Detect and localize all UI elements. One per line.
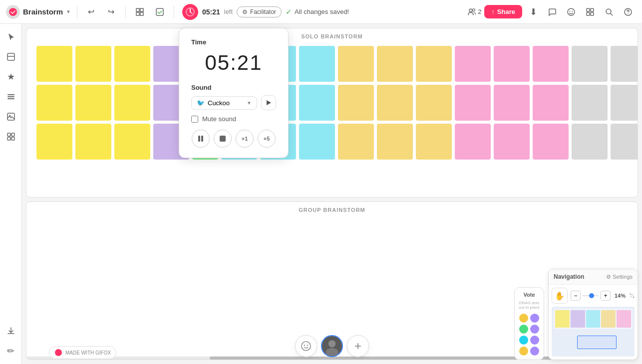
- comments-button[interactable]: [544, 4, 560, 20]
- reactions-button[interactable]: [563, 4, 579, 20]
- nav-thumbnail[interactable]: [552, 307, 635, 357]
- nav-settings-button[interactable]: ⚙ Settings: [606, 274, 633, 280]
- app-brand[interactable]: Brainstorm ▼: [6, 5, 71, 19]
- sticky-note[interactable]: [611, 124, 638, 160]
- vote-row-4: [518, 347, 541, 356]
- sticky-note[interactable]: [611, 46, 638, 82]
- svg-rect-27: [7, 137, 10, 140]
- download-button[interactable]: ⬇: [525, 4, 541, 20]
- sticky-note[interactable]: [494, 85, 530, 121]
- users-badge[interactable]: 2: [467, 7, 481, 16]
- share-button[interactable]: ↑ Share: [484, 5, 522, 18]
- sticky-note[interactable]: [416, 124, 452, 160]
- sticky-note[interactable]: [338, 46, 374, 82]
- sidebar-cursor-button[interactable]: [2, 28, 20, 46]
- sticky-note[interactable]: [114, 85, 150, 121]
- sticky-note[interactable]: [377, 85, 413, 121]
- search-button[interactable]: [601, 4, 617, 20]
- sidebar-star-button[interactable]: ★: [2, 68, 20, 86]
- vote-dot-yellow-1[interactable]: [519, 314, 528, 323]
- solo-brainstorm-section: SOLO BRAINSTORM: [26, 28, 638, 197]
- vote-dot-yellow-2[interactable]: [519, 347, 528, 356]
- svg-rect-26: [11, 133, 14, 136]
- sticky-note[interactable]: [36, 46, 72, 82]
- stop-button[interactable]: [214, 130, 232, 148]
- sticky-note[interactable]: [75, 46, 111, 82]
- sound-play-button[interactable]: [261, 95, 276, 110]
- timer-area[interactable]: 05:21 left: [182, 4, 233, 20]
- sidebar-pen-button[interactable]: ✏: [2, 342, 20, 360]
- sticky-note[interactable]: [114, 46, 150, 82]
- nav-zoom-slider[interactable]: [583, 295, 599, 296]
- vote-dot-green-1[interactable]: [519, 325, 528, 334]
- sticky-note[interactable]: [114, 124, 150, 160]
- sticky-note[interactable]: [377, 46, 413, 82]
- sticky-note[interactable]: [533, 46, 569, 82]
- tasks-button[interactable]: [152, 4, 168, 20]
- facilitator-label: Facilitator: [250, 8, 276, 15]
- sidebar-sticky-button[interactable]: [2, 48, 20, 66]
- sidebar-export-button[interactable]: [2, 322, 20, 340]
- sidebar-image-button[interactable]: [2, 108, 20, 126]
- nav-zoom-in-button[interactable]: +: [601, 291, 611, 301]
- sticky-note[interactable]: [533, 85, 569, 121]
- plus1-button[interactable]: +1: [236, 130, 254, 148]
- sticky-note[interactable]: [75, 124, 111, 160]
- vote-dot-purple-3[interactable]: [530, 336, 539, 345]
- sticky-note[interactable]: [338, 85, 374, 121]
- group-canvas-area[interactable]: [26, 215, 638, 342]
- sticky-note[interactable]: [494, 124, 530, 160]
- sep-1: [77, 6, 77, 18]
- svg-point-33: [328, 340, 336, 348]
- nav-hand-button[interactable]: ✋: [552, 288, 568, 304]
- sticky-note[interactable]: [455, 124, 491, 160]
- sticky-note[interactable]: [377, 124, 413, 160]
- sticky-note[interactable]: [572, 124, 608, 160]
- sticky-note[interactable]: [611, 85, 638, 121]
- frames-button[interactable]: [132, 4, 148, 20]
- nav-settings-label: Settings: [613, 274, 633, 280]
- help-button[interactable]: [620, 4, 636, 20]
- vote-dot-purple-2[interactable]: [530, 325, 539, 334]
- emoji-reaction-button[interactable]: [295, 335, 317, 357]
- sticky-note[interactable]: [455, 46, 491, 82]
- orange-sticky-col-3: [416, 46, 452, 160]
- svg-rect-12: [587, 8, 590, 11]
- add-item-button[interactable]: +: [347, 335, 369, 357]
- sticky-note[interactable]: [494, 46, 530, 82]
- sticky-note[interactable]: [455, 85, 491, 121]
- svg-rect-21: [7, 96, 14, 97]
- timer-popup: Time 05:21 Sound 🐦 Cuckoo ▼ Mute sound +…: [179, 28, 289, 158]
- sidebar-layers-button[interactable]: [2, 88, 20, 106]
- redo-button[interactable]: ↪: [103, 4, 119, 20]
- vote-dot-purple-1[interactable]: [530, 314, 539, 323]
- sticky-note[interactable]: [36, 85, 72, 121]
- undo-button[interactable]: ↩: [83, 4, 99, 20]
- sticky-note[interactable]: [338, 124, 374, 160]
- sticky-note[interactable]: [416, 46, 452, 82]
- vote-dot-teal-1[interactable]: [519, 336, 528, 345]
- svg-rect-3: [136, 12, 139, 15]
- sticky-note[interactable]: [299, 124, 335, 160]
- sidebar-apps-button[interactable]: [2, 128, 20, 146]
- svg-point-39: [630, 294, 632, 295]
- pink-sticky-col-2: [494, 46, 530, 160]
- sticky-note[interactable]: [299, 85, 335, 121]
- pause-button[interactable]: [192, 130, 210, 148]
- sticky-note[interactable]: [533, 124, 569, 160]
- sticky-note[interactable]: [36, 124, 72, 160]
- svg-rect-15: [591, 12, 594, 15]
- mute-checkbox[interactable]: [191, 116, 198, 123]
- sticky-note[interactable]: [416, 85, 452, 121]
- sound-selector[interactable]: 🐦 Cuckoo ▼: [191, 96, 257, 110]
- vote-dot-purple-4[interactable]: [530, 347, 539, 356]
- user-avatar[interactable]: [321, 335, 343, 357]
- plus5-button[interactable]: +5: [258, 130, 276, 148]
- sticky-note[interactable]: [572, 46, 608, 82]
- sticky-note[interactable]: [572, 85, 608, 121]
- sticky-note[interactable]: [75, 85, 111, 121]
- nav-zoom-out-button[interactable]: −: [571, 291, 581, 301]
- grid-view-button[interactable]: [582, 4, 598, 20]
- sticky-note[interactable]: [299, 46, 335, 82]
- share-upload-icon: ↑: [491, 8, 495, 15]
